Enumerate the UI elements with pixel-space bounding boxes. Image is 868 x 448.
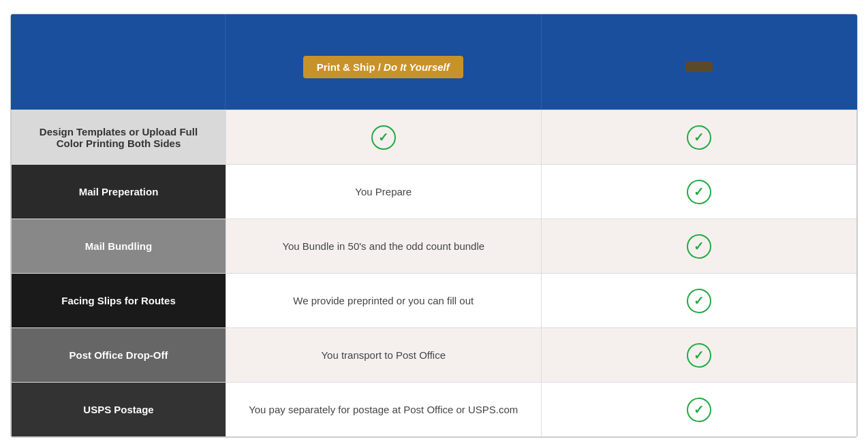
full-service-cell — [542, 219, 857, 273]
full-service-cell — [542, 274, 857, 327]
header-eddm-retail: Print & Ship / Do It Yourself — [226, 14, 542, 110]
table-row: Post Office Drop-OffYou transport to Pos… — [12, 327, 856, 382]
check-icon — [687, 234, 711, 259]
full-service-cell — [542, 110, 857, 164]
check-icon — [687, 398, 711, 422]
full-service-cell — [542, 328, 857, 382]
check-icon — [687, 343, 711, 368]
row-label: Mail Bundling — [12, 219, 226, 273]
table-row: Mail BundlingYou Bundle in 50's and the … — [12, 219, 856, 273]
row-label: Mail Preperation — [12, 165, 226, 219]
full-service-badge — [685, 61, 713, 72]
row-label: Facing Slips for Routes — [12, 274, 226, 327]
table-row: Design Templates or Upload Full Color Pr… — [12, 110, 856, 164]
full-service-cell — [542, 165, 857, 219]
full-service-cell — [542, 383, 857, 436]
retail-cell: You Prepare — [226, 165, 542, 219]
retail-cell: You transport to Post Office — [226, 328, 542, 382]
retail-cell: You pay separately for postage at Post O… — [226, 383, 542, 436]
table-row: Facing Slips for RoutesWe provide prepri… — [12, 273, 856, 327]
check-icon — [687, 180, 711, 204]
row-label: USPS Postage — [12, 383, 226, 436]
comparison-table: Print & Ship / Do It Yourself Design Tem… — [10, 14, 858, 438]
table-row: Mail PreperationYou Prepare — [12, 164, 856, 219]
check-icon — [687, 125, 711, 150]
table-body: Design Templates or Upload Full Color Pr… — [11, 110, 857, 437]
header-what-included — [11, 14, 226, 110]
header-row: Print & Ship / Do It Yourself — [11, 14, 857, 110]
retail-badge-text: Print & Ship / Do It Yourself — [317, 61, 450, 73]
row-label: Design Templates or Upload Full Color Pr… — [12, 110, 226, 164]
row-label: Post Office Drop-Off — [12, 328, 226, 382]
check-icon — [687, 289, 711, 313]
retail-cell: You Bundle in 50's and the odd count bun… — [226, 219, 542, 273]
table-row: USPS PostageYou pay separately for posta… — [12, 382, 856, 436]
check-icon — [371, 125, 396, 150]
retail-cell: We provide preprinted or you can fill ou… — [226, 274, 542, 327]
retail-cell — [226, 110, 542, 164]
retail-badge: Print & Ship / Do It Yourself — [303, 56, 463, 78]
header-eddm-full-service — [542, 14, 858, 110]
